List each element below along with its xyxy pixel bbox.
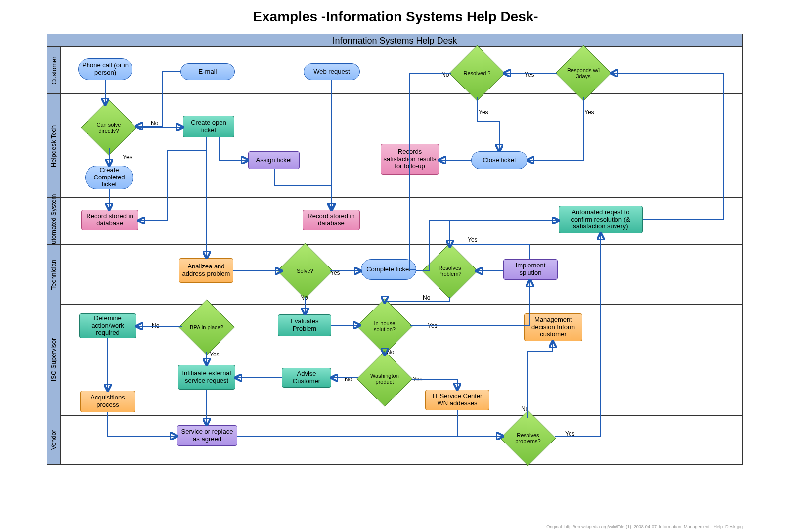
node-complete: Complete ticket xyxy=(361,259,416,280)
label-yes: Yes xyxy=(468,236,478,243)
node-phone: Phone call (or in person) xyxy=(78,58,132,80)
label-yes: Yes xyxy=(428,322,438,329)
credit-text: Original: http://en.wikipedia.org/wiki/F… xyxy=(546,524,743,529)
label-no: No xyxy=(387,349,394,355)
lane-label-customer: Customer xyxy=(47,46,61,94)
label-yes: Yes xyxy=(123,154,132,161)
label-yes: Yes xyxy=(210,351,220,358)
diagram-title: Examples -Information Systems Help Desk- xyxy=(0,9,791,25)
lane-customer xyxy=(47,46,743,94)
lane-label-technician: Technician xyxy=(47,244,61,305)
node-resolves-prob-text: Resolves Problem? xyxy=(432,265,468,277)
label-yes: Yes xyxy=(525,71,534,78)
node-acq: Acquisitions process xyxy=(80,391,135,412)
label-yes: Yes xyxy=(330,269,340,276)
lane-label-automated: Automated System xyxy=(47,197,61,245)
lane-label-automated-text: Automated System xyxy=(50,194,58,249)
node-record-db1: Record stored in database xyxy=(81,210,138,230)
label-no: No xyxy=(521,405,528,412)
node-initiate: Intitiaate external service request xyxy=(178,365,235,390)
node-create-open: Create open ticket xyxy=(183,116,234,137)
node-record-db2: Record stored in database xyxy=(303,210,360,230)
label-yes: Yes xyxy=(479,109,488,116)
label-no: No xyxy=(423,294,430,301)
node-email: E-mail xyxy=(180,63,235,80)
node-resolved-text: Resolved ? xyxy=(459,70,495,76)
node-evaluates: Evaluates Problem xyxy=(278,314,331,336)
lane-vendor xyxy=(47,415,743,465)
label-yes: Yes xyxy=(584,109,594,116)
node-create-completed: Create Completed ticket xyxy=(85,166,133,189)
node-advise: Advise Customer xyxy=(282,368,331,388)
lane-label-vendor-text: Vendor xyxy=(50,430,58,450)
node-resolves2-text: Resolves problems? xyxy=(510,432,546,444)
node-implement: Implement splution xyxy=(503,259,558,280)
node-auto-req: Automated reqest to confirm resolution (… xyxy=(559,206,643,233)
lane-label-supervisor-text: ISC Supervisor xyxy=(50,338,58,381)
node-mgmt: Management decision Inform customer xyxy=(524,313,582,341)
label-yes: Yes xyxy=(565,430,575,437)
node-bpa-text: BPA in place? xyxy=(189,324,224,330)
lane-label-customer-text: Customer xyxy=(50,56,58,84)
node-can-solve-text: Can solve directly? xyxy=(91,122,127,133)
node-inhouse-text: In-house solution? xyxy=(367,320,402,332)
label-no: No xyxy=(345,376,352,383)
node-records-sat: Records satisfaction results for follo-u… xyxy=(381,144,439,175)
node-analyze: Analizea and address problem xyxy=(179,258,233,283)
label-no: No xyxy=(441,71,449,78)
lane-label-vendor: Vendor xyxy=(47,415,61,465)
lane-label-helpdesk-text: Helpdesk Tech xyxy=(50,125,58,167)
label-yes: Yes xyxy=(413,376,423,383)
node-determine: Detemine action/work required xyxy=(79,313,136,338)
lane-label-helpdesk: Helpdesk Tech xyxy=(47,93,61,198)
node-washington-text: Washington product xyxy=(367,373,402,385)
node-close: Close ticket xyxy=(471,151,527,169)
label-no: No xyxy=(300,294,308,301)
node-web: Web request xyxy=(304,63,360,80)
node-responds-text: Responds w/i 3days xyxy=(566,67,601,79)
label-no: No xyxy=(151,120,158,127)
lane-label-supervisor: ISC Supervisor xyxy=(47,304,61,416)
node-assign: Assign ticket xyxy=(248,151,300,169)
node-service: Service or replace as agreed xyxy=(177,425,237,446)
node-itsc: IT Service Center WN addesses xyxy=(425,390,489,410)
node-solve-text: Solve? xyxy=(287,268,323,274)
label-no: No xyxy=(152,322,159,329)
lane-label-technician-text: Technician xyxy=(50,259,58,289)
pool-header: Information Systems Help Desk xyxy=(47,34,743,47)
